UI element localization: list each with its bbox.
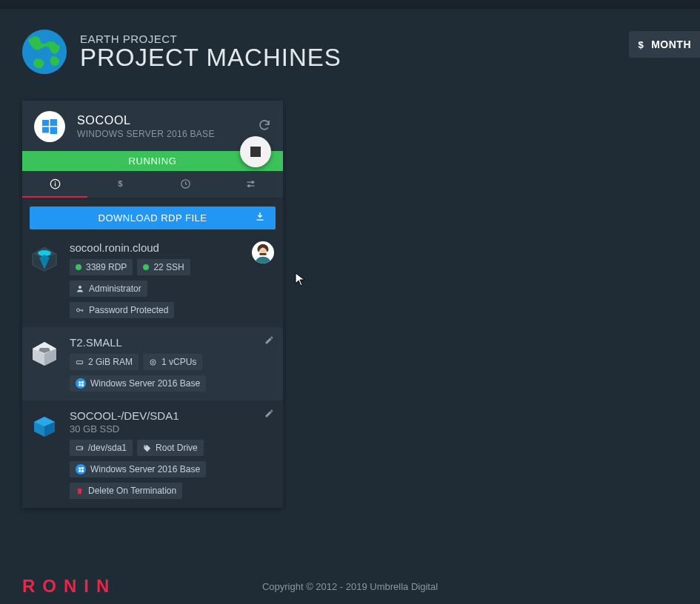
download-icon bbox=[255, 212, 265, 224]
svg-point-16 bbox=[79, 286, 81, 289]
page-title: PROJECT MACHINES bbox=[80, 44, 678, 72]
download-rdp-button[interactable]: DOWNLOAD RDP FILE bbox=[30, 207, 276, 229]
svg-rect-1 bbox=[42, 120, 49, 126]
page-header: EARTH PROJECT PROJECT MACHINES bbox=[0, 9, 700, 81]
tab-schedule[interactable] bbox=[153, 171, 218, 198]
refresh-button[interactable] bbox=[258, 118, 271, 135]
svg-rect-24 bbox=[76, 360, 82, 363]
ram-badge: 2 GiB RAM bbox=[70, 354, 139, 370]
svg-point-35 bbox=[81, 447, 82, 448]
volume-os-badge: Windows Server 2016 Base bbox=[70, 461, 206, 477]
tab-settings[interactable] bbox=[218, 171, 283, 198]
svg-rect-28 bbox=[81, 381, 83, 383]
tab-cost[interactable]: $ bbox=[87, 171, 153, 198]
svg-rect-38 bbox=[79, 469, 81, 472]
user-badge: Administrator bbox=[70, 281, 147, 297]
edit-instance-button[interactable] bbox=[264, 335, 274, 348]
tag-icon bbox=[143, 444, 151, 452]
svg-rect-27 bbox=[79, 381, 81, 383]
svg-point-25 bbox=[150, 359, 156, 364]
volume-desc: 30 GB SSD bbox=[70, 423, 276, 434]
mouse-cursor bbox=[295, 272, 307, 290]
svg-rect-39 bbox=[81, 469, 83, 472]
volume-mount-badge: /dev/sda1 bbox=[70, 440, 133, 456]
status-dot-icon bbox=[76, 264, 81, 270]
machine-card: SOCOOL WINDOWS SERVER 2016 BASE RUNNING … bbox=[22, 101, 283, 508]
svg-rect-2 bbox=[50, 119, 58, 126]
monthly-cost-label: MONTH bbox=[651, 38, 691, 50]
hostname: socool.ronin.cloud bbox=[70, 241, 276, 254]
svg-text:$: $ bbox=[118, 179, 123, 188]
svg-rect-3 bbox=[42, 127, 49, 133]
machine-os: WINDOWS SERVER 2016 BASE bbox=[77, 129, 246, 139]
user-icon bbox=[76, 284, 84, 293]
svg-rect-29 bbox=[79, 383, 81, 386]
network-icon bbox=[30, 243, 59, 272]
svg-rect-19 bbox=[259, 253, 266, 255]
brand-logo: RONIN bbox=[22, 576, 116, 597]
memory-icon bbox=[76, 358, 84, 366]
port-rdp-badge: 3389 RDP bbox=[70, 259, 133, 275]
svg-rect-30 bbox=[81, 383, 83, 386]
key-icon bbox=[76, 306, 84, 315]
cpu-icon bbox=[149, 358, 157, 366]
machine-tabs: $ bbox=[22, 171, 283, 198]
volume-icon bbox=[30, 411, 59, 440]
windows-icon bbox=[76, 378, 86, 389]
svg-point-6 bbox=[54, 181, 56, 182]
auth-badge: Password Protected bbox=[70, 302, 174, 318]
cpu-badge: 1 vCPUs bbox=[143, 354, 202, 370]
svg-rect-37 bbox=[81, 467, 83, 469]
dollar-icon: $ bbox=[638, 39, 644, 50]
windows-icon bbox=[76, 464, 86, 474]
instance-os-badge: Windows Server 2016 Base bbox=[70, 375, 206, 392]
svg-point-26 bbox=[152, 361, 154, 363]
os-icon bbox=[34, 111, 65, 142]
volume-name: SOCOOL-/DEV/SDA1 bbox=[70, 409, 276, 422]
svg-point-11 bbox=[247, 184, 250, 187]
edit-volume-button[interactable] bbox=[264, 408, 274, 421]
port-ssh-badge: 22 SSH bbox=[137, 259, 190, 275]
svg-rect-36 bbox=[79, 467, 81, 469]
delete-on-termination-badge: Delete On Termination bbox=[70, 483, 182, 499]
svg-rect-4 bbox=[50, 127, 58, 135]
stop-button[interactable] bbox=[240, 136, 271, 167]
instance-type-icon bbox=[30, 338, 59, 367]
instance-type: T2.SMALL bbox=[70, 336, 276, 349]
download-rdp-label: DOWNLOAD RDP FILE bbox=[99, 212, 207, 224]
svg-point-0 bbox=[22, 30, 67, 74]
earth-icon bbox=[22, 30, 67, 74]
machine-name: SOCOOL bbox=[77, 114, 246, 127]
svg-point-17 bbox=[77, 309, 80, 312]
owner-avatar[interactable] bbox=[252, 241, 274, 264]
svg-point-10 bbox=[251, 181, 253, 183]
disk-icon bbox=[76, 444, 84, 452]
trash-icon bbox=[76, 487, 84, 495]
tab-info[interactable] bbox=[22, 171, 87, 198]
stop-icon bbox=[250, 147, 261, 157]
monthly-cost-button[interactable]: $ MONTH bbox=[629, 31, 700, 58]
volume-role-badge: Root Drive bbox=[137, 440, 204, 456]
status-dot-icon bbox=[143, 264, 149, 270]
svg-rect-7 bbox=[54, 183, 55, 186]
